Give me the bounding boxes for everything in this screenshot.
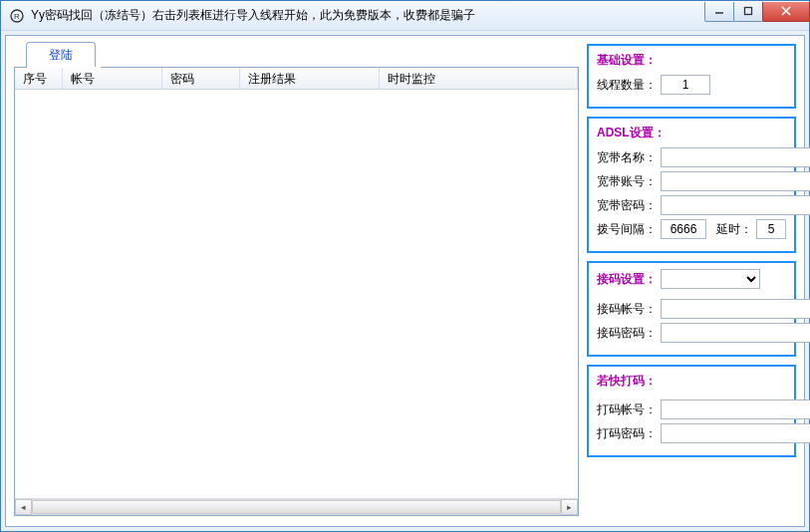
app-window: R Yy密码找回（冻结号）右击列表框进行导入线程开始，此为免费版本，收费都是骗子… [0,0,810,532]
data-table[interactable]: 序号 帐号 密码 注册结果 时时监控 ◂ ▸ [14,68,579,516]
left-column: 登陆 序号 帐号 密码 注册结果 时时监控 ◂ ▸ [14,44,579,516]
scroll-right-button[interactable]: ▸ [561,499,578,515]
adsl-delay-label: 延时： [716,221,752,238]
tabstrip: 登陆 [14,44,579,68]
table-header: 序号 帐号 密码 注册结果 时时监控 [15,68,578,90]
tab-login[interactable]: 登陆 [26,42,96,68]
th-monitor[interactable]: 时时监控 [380,68,578,89]
adsl-acct-label: 宽带账号： [597,173,657,190]
scroll-thumb[interactable] [32,500,561,514]
adsl-interval-label: 拨号间隔： [597,221,657,238]
ruokuai-acct-label: 打码帐号： [597,401,657,418]
h-scrollbar[interactable]: ◂ ▸ [15,498,578,515]
right-column: 基础设置： 线程数量： ADSL设置： 宽带名称： 宽带账号： 宽带密码： 拨号… [587,44,796,516]
panel-adsl-title: ADSL设置： [597,125,786,141]
table-body[interactable] [15,90,578,498]
minimize-button[interactable] [704,2,734,22]
thread-count-label: 线程数量： [597,77,657,94]
adsl-pwd-label: 宽带密码： [597,197,657,214]
close-button[interactable] [762,2,810,22]
panel-adsl: ADSL设置： 宽带名称： 宽带账号： 宽带密码： 拨号间隔： 延时： [587,117,796,253]
th-result[interactable]: 注册结果 [240,68,380,89]
svg-rect-3 [745,8,752,15]
panel-sms-title-text: 接码设置： [597,271,657,288]
sms-acct-input[interactable] [661,299,810,319]
titlebar: R Yy密码找回（冻结号）右击列表框进行导入线程开始，此为免费版本，收费都是骗子 [1,1,809,31]
adsl-name-label: 宽带名称： [597,149,657,166]
adsl-delay-input[interactable] [756,219,786,239]
panel-ruokuai: 若快打码： 打码帐号： 打码密码： 登 录 [587,365,796,457]
sms-acct-label: 接码帐号： [597,301,657,318]
thread-count-input[interactable] [661,75,710,95]
client-area: 登陆 序号 帐号 密码 注册结果 时时监控 ◂ ▸ [5,35,805,527]
window-controls [705,2,810,24]
window-title: Yy密码找回（冻结号）右击列表框进行导入线程开始，此为免费版本，收费都是骗子 [31,7,705,24]
sms-pwd-label: 接码密码： [597,325,657,342]
sms-platform-select[interactable] [661,269,760,289]
th-password[interactable]: 密码 [162,68,240,89]
panel-ruokuai-title: 若快打码： [597,373,786,390]
panel-sms: 接码设置： 接码帐号： 接码密码： 登 录 [587,261,796,357]
adsl-acct-input[interactable] [661,171,810,191]
ruokuai-pwd-input[interactable] [661,423,810,443]
scroll-track[interactable] [32,499,561,515]
panel-basic-title: 基础设置： [597,52,786,69]
scroll-left-button[interactable]: ◂ [15,499,32,515]
app-icon: R [9,8,25,24]
panel-basic: 基础设置： 线程数量： [587,44,796,109]
th-account[interactable]: 帐号 [63,68,162,89]
panel-sms-title: 接码设置： [597,269,786,289]
th-seq[interactable]: 序号 [15,68,63,89]
maximize-button[interactable] [733,2,763,22]
adsl-name-input[interactable] [661,147,810,167]
ruokuai-acct-input[interactable] [661,399,810,419]
svg-text:R: R [14,12,20,21]
adsl-pwd-input[interactable] [661,195,810,215]
ruokuai-pwd-label: 打码密码： [597,425,657,442]
sms-pwd-input[interactable] [661,323,810,343]
adsl-interval-input[interactable] [661,219,706,239]
